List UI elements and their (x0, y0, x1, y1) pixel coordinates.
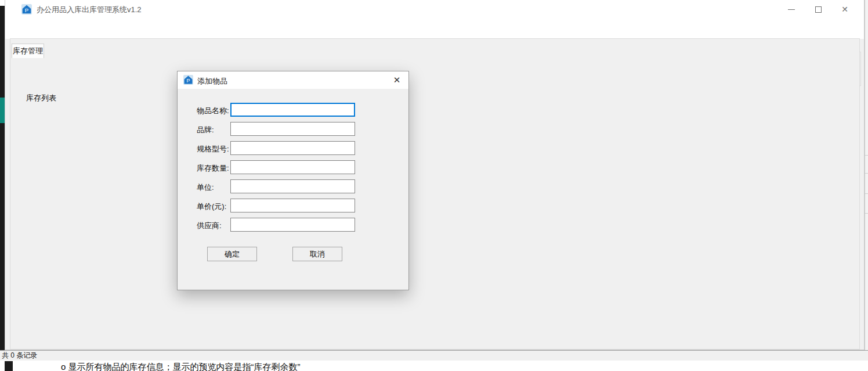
dialog-unit-input[interactable] (230, 179, 355, 193)
dialog-item-name-input[interactable] (230, 103, 355, 117)
status-bar: 共 0 条记录 (0, 350, 868, 361)
dialog-title: 添加物品 (197, 76, 227, 87)
background-right-strip (865, 0, 868, 350)
title-bar: P 办公用品入库出库管理系统v1.2 ✕ (5, 0, 864, 19)
background-document-line: o 显示所有物品的库存信息；显示的预览内容是指“库存剩余数” (61, 362, 301, 371)
dialog-supplier-input[interactable] (230, 218, 355, 232)
close-icon: ✕ (393, 75, 401, 85)
dialog-close-button[interactable]: ✕ (390, 74, 404, 87)
minimize-icon (788, 9, 795, 10)
dialog-ok-button[interactable]: 确定 (207, 247, 257, 261)
minimize-button[interactable] (778, 0, 805, 19)
background-divider (865, 173, 868, 174)
window-title: 办公用品入库出库管理系统v1.2 (37, 5, 142, 15)
add-item-dialog: P 添加物品 ✕ 物品名称: 品牌: 规格型号: 库存数量: 单位: 单价(元)… (177, 71, 409, 290)
background-divider (865, 193, 868, 194)
dialog-spec-label: 规格型号: (197, 144, 229, 154)
close-button[interactable]: ✕ (831, 0, 858, 19)
background-dark-block (5, 361, 13, 371)
dialog-unit-price-input[interactable] (230, 199, 355, 212)
dialog-spec-input[interactable] (230, 141, 355, 155)
dialog-app-icon: P (183, 75, 193, 85)
background-divider (865, 155, 868, 156)
screen: P 办公用品入库出库管理系统v1.2 ✕ 库存管理 入库管理 出库管理 历史记录… (0, 0, 868, 371)
app-icon: P (21, 4, 32, 15)
dialog-stock-qty-input[interactable] (230, 160, 355, 174)
dialog-unit-price-label: 单价(元): (197, 201, 226, 212)
maximize-icon (815, 6, 822, 13)
background-left-strip (0, 6, 5, 350)
dialog-cancel-button[interactable]: 取消 (292, 247, 342, 261)
svg-text:P: P (186, 78, 190, 84)
app-window: P 办公用品入库出库管理系统v1.2 ✕ 库存管理 入库管理 出库管理 历史记录… (5, 0, 865, 350)
inventory-group-label: 库存列表 (24, 93, 59, 103)
background-document: o 显示所有物品的库存信息；显示的预览内容是指“库存剩余数” (0, 361, 868, 371)
dialog-title-bar: P 添加物品 ✕ (178, 71, 408, 89)
dialog-stock-qty-label: 库存数量: (197, 163, 229, 174)
window-controls: ✕ (778, 0, 858, 19)
dialog-brand-input[interactable] (230, 122, 355, 136)
dialog-brand-label: 品牌: (197, 125, 214, 135)
background-divider (865, 213, 868, 214)
inventory-tab-page (10, 38, 860, 350)
dialog-supplier-label: 供应商: (197, 221, 222, 231)
tab-inventory[interactable]: 库存管理 (12, 44, 44, 58)
dialog-item-name-label: 物品名称: (197, 106, 229, 116)
maximize-button[interactable] (805, 0, 831, 19)
tab-bar: 库存管理 入库管理 出库管理 历史记录 (5, 19, 864, 39)
close-icon: ✕ (841, 5, 848, 13)
dialog-unit-label: 单位: (197, 182, 214, 193)
svg-text:P: P (25, 7, 28, 13)
background-teal-accent (0, 98, 5, 123)
